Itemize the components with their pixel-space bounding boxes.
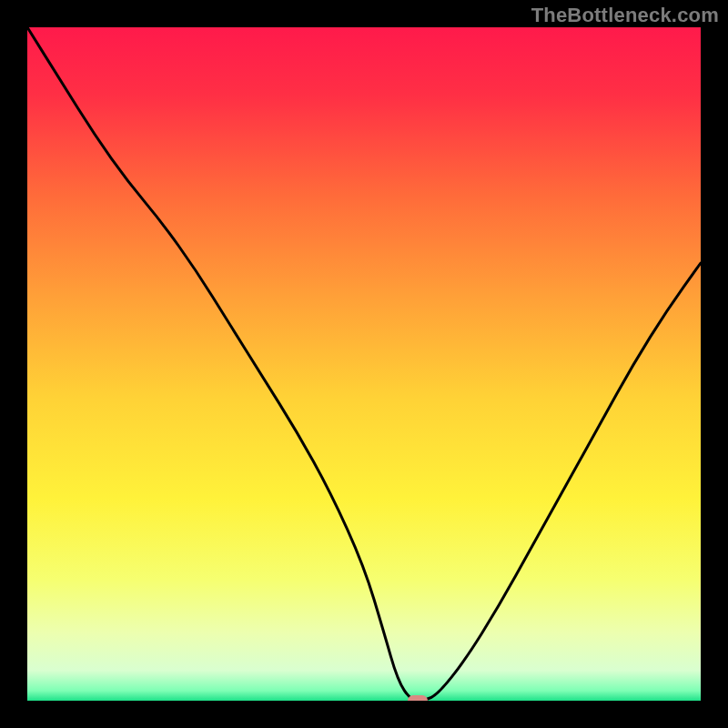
bottleneck-curve bbox=[27, 27, 701, 701]
watermark-text: TheBottleneck.com bbox=[531, 4, 719, 27]
chart-frame: TheBottleneck.com bbox=[0, 0, 728, 728]
optimal-marker bbox=[408, 695, 428, 701]
plot-area bbox=[27, 27, 701, 701]
